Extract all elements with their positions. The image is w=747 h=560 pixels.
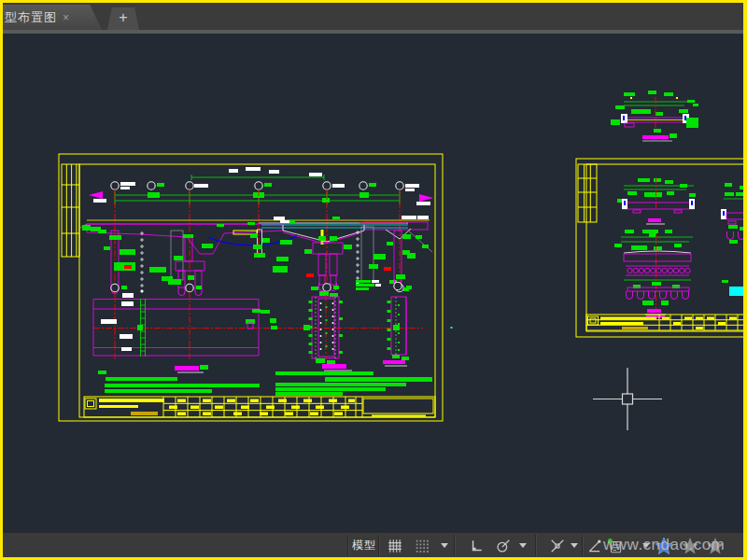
- file-tab-bar: 型布置图 × +: [3, 3, 743, 30]
- cyan-highlight-block: [729, 287, 745, 296]
- polar-tracking-icon: [496, 539, 511, 553]
- watermark-text: www.cndao.com: [603, 536, 725, 554]
- cad-application-window: { "tabbar": { "active_tab_title": "型布置图"…: [0, 0, 747, 560]
- osnap-dropdown-button[interactable]: [568, 533, 581, 558]
- snap-grid-button[interactable]: [411, 533, 433, 558]
- status-bar: 模型: [3, 532, 743, 558]
- chevron-down-icon: [519, 543, 527, 548]
- grid-display-button[interactable]: [384, 533, 406, 558]
- new-tab-button[interactable]: +: [107, 7, 139, 30]
- tab-close-icon[interactable]: ×: [63, 12, 69, 23]
- chevron-down-icon: [571, 543, 578, 548]
- separator: [347, 535, 349, 556]
- grid-icon: [388, 539, 402, 553]
- ortho-icon: [469, 539, 484, 553]
- object-snap-tracking-icon: [587, 539, 602, 553]
- file-tab-active[interactable]: 型布置图 ×: [3, 5, 102, 30]
- separator: [378, 535, 380, 556]
- separator: [535, 535, 537, 556]
- tab-bar-shadow-strip: [3, 30, 743, 34]
- snap-grid-icon: [415, 539, 430, 553]
- section-caption: [642, 135, 669, 139]
- chevron-down-icon: [441, 543, 448, 548]
- object-snap-icon: [550, 539, 565, 553]
- plan-view-caption: [175, 366, 199, 371]
- snap-dropdown-button[interactable]: [438, 533, 451, 558]
- object-snap-button[interactable]: [546, 533, 569, 558]
- drawing-canvas[interactable]: [0, 0, 747, 560]
- polar-tracking-button[interactable]: [492, 533, 514, 558]
- separator: [454, 535, 456, 556]
- ortho-mode-button[interactable]: [465, 533, 487, 558]
- polar-dropdown-button[interactable]: [516, 533, 529, 558]
- model-space-button[interactable]: 模型: [350, 533, 378, 558]
- model-space-label: 模型: [352, 538, 376, 553]
- tab-title: 型布置图: [3, 9, 57, 26]
